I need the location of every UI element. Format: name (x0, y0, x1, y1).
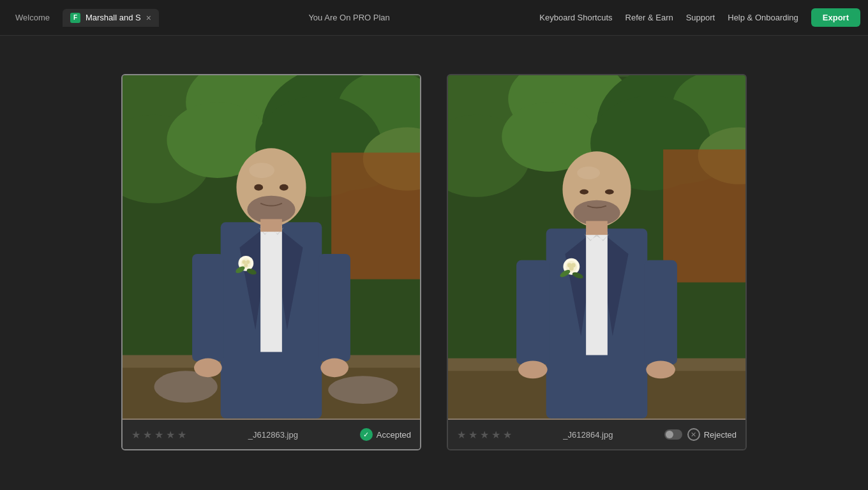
topbar: Welcome F Marshall and S × You Are On PR… (0, 0, 868, 36)
svg-point-66 (605, 189, 614, 195)
svg-point-24 (246, 260, 250, 264)
star-6: ★ (457, 429, 466, 441)
status-accepted: ✓ Accepted (360, 428, 411, 441)
svg-rect-68 (586, 221, 608, 235)
filename-1: _J612863.jpg (248, 430, 298, 440)
svg-point-15 (328, 376, 398, 404)
tab-app-icon: F (70, 13, 80, 23)
topbar-center: You Are On PRO Plan (164, 13, 535, 22)
photo-image-1 (123, 75, 420, 420)
close-tab-button[interactable]: × (146, 13, 151, 22)
svg-rect-33 (260, 219, 282, 232)
star-rating-1[interactable]: ★ ★ ★ ★ ★ (131, 429, 186, 441)
filename-2: _J612864.jpg (563, 430, 613, 440)
svg-point-30 (254, 184, 263, 191)
pro-plan-badge: You Are On PRO Plan (308, 13, 389, 22)
svg-rect-35 (318, 254, 350, 362)
svg-point-72 (646, 360, 675, 378)
svg-rect-34 (192, 254, 224, 362)
svg-rect-19 (260, 225, 282, 352)
star-10: ★ (503, 429, 512, 441)
export-button[interactable]: Export (811, 8, 860, 27)
photo-image-2 (448, 75, 745, 420)
photo-card-2[interactable]: ★ ★ ★ ★ ★ _J612864.jpg ✕ Rejected (447, 74, 747, 450)
svg-rect-54 (586, 232, 608, 355)
star-5: ★ (177, 429, 186, 441)
refer-earn-link[interactable]: Refer & Earn (625, 13, 673, 22)
topbar-right: Keyboard Shortcuts Refer & Earn Support … (539, 8, 860, 27)
star-8: ★ (480, 429, 489, 441)
rejected-toggle[interactable] (664, 429, 682, 440)
accepted-icon: ✓ (360, 428, 373, 441)
svg-point-60 (569, 266, 574, 271)
star-9: ★ (491, 429, 500, 441)
status-rejected: ✕ Rejected (664, 428, 737, 441)
star-7: ★ (468, 429, 477, 441)
tab-active[interactable]: F Marshall and S × (63, 9, 159, 27)
svg-point-65 (580, 189, 588, 195)
photo-footer-1: ★ ★ ★ ★ ★ _J612863.jpg ✓ Accepted (123, 420, 420, 449)
welcome-tab-label: Welcome (15, 13, 50, 22)
rejected-label: Rejected (704, 430, 737, 440)
star-3: ★ (154, 429, 163, 441)
svg-point-37 (320, 359, 348, 378)
svg-rect-70 (644, 260, 677, 365)
star-2: ★ (143, 429, 152, 441)
svg-point-71 (518, 360, 548, 378)
star-1: ★ (131, 429, 140, 441)
main-content: ★ ★ ★ ★ ★ _J612863.jpg ✓ Accepted (0, 36, 868, 490)
svg-point-31 (280, 184, 288, 191)
svg-point-36 (194, 359, 222, 378)
keyboard-shortcuts-link[interactable]: Keyboard Shortcuts (539, 13, 612, 22)
svg-point-25 (244, 264, 248, 267)
active-tab-label: Marshall and S (86, 13, 141, 22)
accepted-label: Accepted (377, 430, 411, 440)
rejected-icon: ✕ (687, 428, 700, 441)
svg-rect-69 (516, 260, 550, 365)
svg-point-64 (577, 167, 600, 179)
photo-card-1[interactable]: ★ ★ ★ ★ ★ _J612863.jpg ✓ Accepted (121, 74, 421, 450)
photo-footer-2: ★ ★ ★ ★ ★ _J612864.jpg ✕ Rejected (448, 420, 745, 449)
help-onboarding-link[interactable]: Help & Onboarding (728, 13, 798, 22)
tab-welcome[interactable]: Welcome (8, 9, 57, 26)
svg-point-23 (242, 260, 246, 264)
support-link[interactable]: Support (686, 13, 715, 22)
svg-point-29 (249, 163, 274, 178)
star-4: ★ (166, 429, 175, 441)
star-rating-2[interactable]: ★ ★ ★ ★ ★ (457, 429, 512, 441)
